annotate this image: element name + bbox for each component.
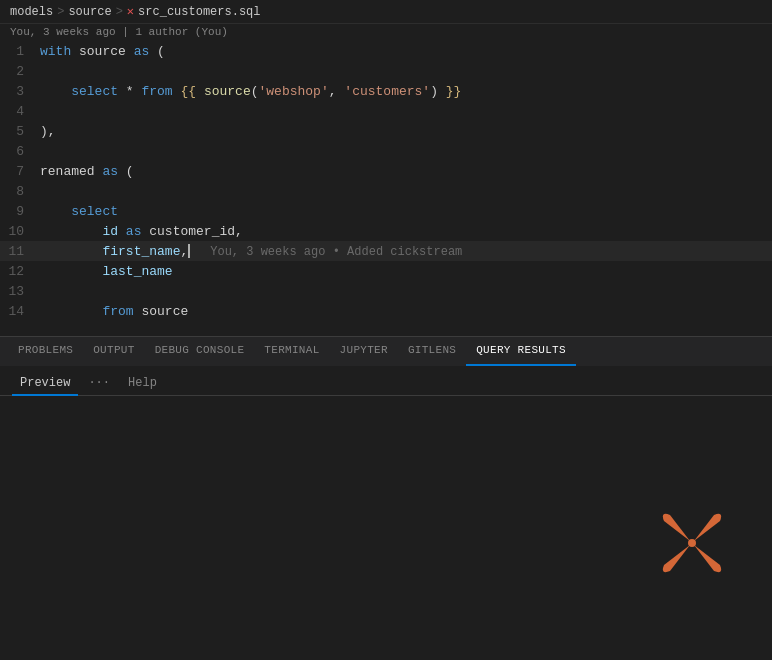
panel-tabs: PROBLEMSOUTPUTDEBUG CONSOLETERMINALJUPYT… (0, 336, 772, 366)
token: source (71, 44, 133, 59)
token: * (118, 84, 141, 99)
token (40, 204, 71, 219)
token: ( (251, 84, 259, 99)
logo-area (0, 396, 772, 661)
breadcrumb-source[interactable]: source (68, 5, 111, 19)
token: source (134, 304, 189, 319)
code-line-4: 4 (0, 101, 772, 121)
code-line-6: 6 (0, 141, 772, 161)
editor: 1with source as (23 select * from {{ sou… (0, 41, 772, 336)
token: 'customers' (344, 84, 430, 99)
token (40, 244, 102, 259)
app-logo (652, 503, 732, 583)
token: as (102, 164, 118, 179)
tab-preview[interactable]: Preview (12, 372, 78, 396)
breadcrumb-sep-1: > (57, 5, 64, 19)
breadcrumb-models[interactable]: models (10, 5, 53, 19)
token (40, 224, 102, 239)
code-line-5: 5), (0, 121, 772, 141)
line-number-9: 9 (0, 204, 40, 219)
svg-point-0 (688, 539, 696, 547)
token: from (141, 84, 172, 99)
token: }} (446, 84, 462, 99)
code-line-10: 10 id as customer_id, (0, 221, 772, 241)
panel-tab-terminal[interactable]: TERMINAL (254, 336, 329, 366)
token: ( (149, 44, 165, 59)
line-content-3: select * from {{ source('webshop', 'cust… (40, 84, 772, 99)
line-content-14: from source (40, 304, 772, 319)
line-content-5: ), (40, 124, 772, 139)
line-number-12: 12 (0, 264, 40, 279)
token: last_name (102, 264, 172, 279)
line-number-4: 4 (0, 104, 40, 119)
line-content-9: select (40, 204, 772, 219)
line-number-14: 14 (0, 304, 40, 319)
line-content-10: id as customer_id, (40, 224, 772, 239)
token: id (102, 224, 118, 239)
panel-tab-debug-console[interactable]: DEBUG CONSOLE (145, 336, 255, 366)
code-line-14: 14 from source (0, 301, 772, 321)
breadcrumb-sep-2: > (116, 5, 123, 19)
token: customer_id, (141, 224, 242, 239)
panel-tab-query-results[interactable]: QUERY RESULTS (466, 336, 576, 366)
tab-more-options[interactable]: ··· (82, 374, 116, 392)
token (40, 304, 102, 319)
code-line-1: 1with source as ( (0, 41, 772, 61)
token: {{ (180, 84, 196, 99)
panel-tab-jupyter[interactable]: JUPYTER (330, 336, 398, 366)
code-line-12: 12 last_name (0, 261, 772, 281)
panel-tab-gitlens[interactable]: GITLENS (398, 336, 466, 366)
token: renamed (40, 164, 102, 179)
line-number-8: 8 (0, 184, 40, 199)
line-number-5: 5 (0, 124, 40, 139)
token (196, 84, 204, 99)
code-editor[interactable]: 1with source as (23 select * from {{ sou… (0, 41, 772, 321)
line-number-2: 2 (0, 64, 40, 79)
token: as (134, 44, 150, 59)
token: with (40, 44, 71, 59)
line-number-11: 11 (0, 244, 40, 259)
panel-tab-output[interactable]: OUTPUT (83, 336, 144, 366)
line-content-11: first_name,You, 3 weeks ago • Added c⁠ic… (40, 244, 772, 259)
code-line-2: 2 (0, 61, 772, 81)
panel-subtabs: Preview ··· Help (0, 366, 772, 396)
line-number-3: 3 (0, 84, 40, 99)
token: source (204, 84, 251, 99)
token: select (71, 204, 118, 219)
blame-inline: You, 3 weeks ago • Added c⁠ickstream (210, 245, 462, 259)
token: from (102, 304, 133, 319)
token: ) (430, 84, 446, 99)
breadcrumb-filename[interactable]: src_customers.sql (138, 5, 260, 19)
panel-content: Preview ··· Help (0, 366, 772, 661)
line-number-7: 7 (0, 164, 40, 179)
blame-text: You, 3 weeks ago | 1 author (You) (10, 26, 228, 38)
file-error-icon: ✕ (127, 4, 134, 19)
code-line-8: 8 (0, 181, 772, 201)
code-line-13: 13 (0, 281, 772, 301)
line-number-13: 13 (0, 284, 40, 299)
line-number-10: 10 (0, 224, 40, 239)
token: ), (40, 124, 56, 139)
app-container: models > source > ✕ src_customers.sql Yo… (0, 0, 772, 660)
token (40, 84, 71, 99)
token (40, 264, 102, 279)
code-line-11: 11 first_name,You, 3 weeks ago • Added c… (0, 241, 772, 261)
line-content-1: with source as ( (40, 44, 772, 59)
cursor (188, 244, 190, 258)
line-content-12: last_name (40, 264, 772, 279)
breadcrumb: models > source > ✕ src_customers.sql (0, 0, 772, 24)
line-number-6: 6 (0, 144, 40, 159)
line-content-7: renamed as ( (40, 164, 772, 179)
token: as (126, 224, 142, 239)
token: select (71, 84, 118, 99)
token: 'webshop' (259, 84, 329, 99)
token: , (180, 244, 188, 259)
line-number-1: 1 (0, 44, 40, 59)
code-line-3: 3 select * from {{ source('webshop', 'cu… (0, 81, 772, 101)
panel-tab-problems[interactable]: PROBLEMS (8, 336, 83, 366)
token: ( (118, 164, 134, 179)
token: , (329, 84, 345, 99)
tab-help[interactable]: Help (120, 372, 165, 394)
token (118, 224, 126, 239)
git-blame-header: You, 3 weeks ago | 1 author (You) (0, 24, 772, 41)
